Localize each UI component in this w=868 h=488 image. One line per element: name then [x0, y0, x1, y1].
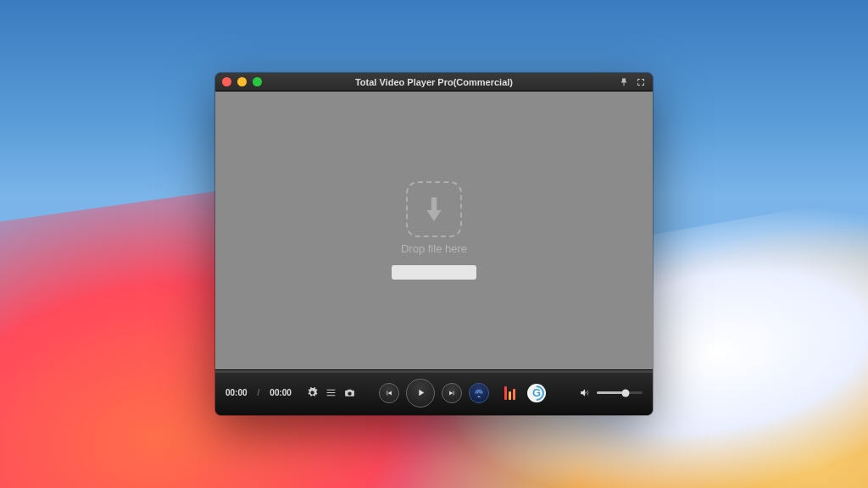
convert-icon: G	[532, 386, 541, 399]
previous-icon	[385, 389, 393, 397]
next-button[interactable]	[442, 383, 462, 403]
right-controls	[579, 387, 643, 398]
window-title: Total Video Player Pro(Commercial)	[215, 77, 653, 87]
play-button[interactable]	[406, 379, 435, 408]
extra-buttons: G	[500, 384, 546, 402]
camera-icon[interactable]	[344, 387, 355, 398]
convert-button[interactable]: G	[527, 384, 546, 402]
progress-track[interactable]	[215, 370, 653, 373]
drop-label: Drop file here	[401, 242, 467, 255]
gear-icon[interactable]	[307, 387, 318, 398]
playback-controls	[379, 379, 489, 408]
previous-button[interactable]	[379, 383, 399, 403]
open-file-button[interactable]	[392, 265, 476, 280]
volume-slider[interactable]	[597, 391, 643, 394]
drop-box	[406, 181, 462, 237]
airplay-button[interactable]	[469, 383, 489, 403]
equalizer-button[interactable]	[500, 384, 519, 402]
list-icon[interactable]	[326, 387, 337, 398]
drop-target[interactable]: Drop file here	[401, 181, 467, 255]
arrow-down-icon	[423, 195, 445, 224]
speaker-icon[interactable]	[579, 387, 590, 398]
video-area[interactable]: Drop file here	[215, 92, 653, 369]
titlebar[interactable]: Total Video Player Pro(Commercial)	[215, 73, 653, 92]
time-separator: /	[258, 388, 260, 397]
utility-icons	[307, 387, 355, 398]
controls-bar: 00:00 / 00:00	[215, 369, 653, 415]
volume-control	[579, 387, 643, 398]
airplay-icon	[474, 388, 484, 398]
volume-thumb[interactable]	[622, 389, 630, 396]
video-player-window: Total Video Player Pro(Commercial) Drop …	[215, 73, 653, 415]
current-time: 00:00	[225, 388, 248, 397]
total-time: 00:00	[270, 388, 292, 397]
equalizer-icon	[504, 386, 515, 400]
play-icon	[415, 387, 426, 398]
next-icon	[448, 389, 456, 397]
